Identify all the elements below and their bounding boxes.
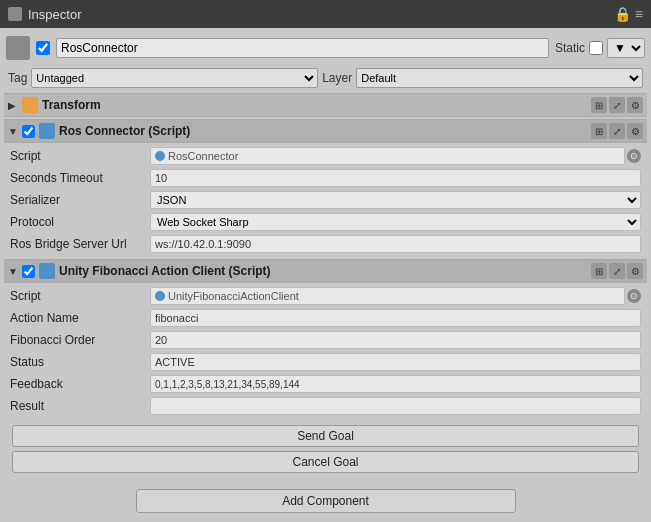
- ros-connector-ctrl-2[interactable]: ⤢: [609, 123, 625, 139]
- object-icon: [6, 36, 30, 60]
- fibonacci-ctrl-gear[interactable]: ⚙: [627, 263, 643, 279]
- fibonacci-collapse-arrow[interactable]: ▼: [8, 266, 18, 277]
- transform-ctrl-gear[interactable]: ⚙: [627, 97, 643, 113]
- fib-field-row-order: Fibonacci Order 20: [4, 329, 647, 351]
- field-row-timeout: Seconds Timeout 10: [4, 167, 647, 189]
- static-checkbox[interactable]: [589, 41, 603, 55]
- field-row-protocol: Protocol Web Socket Sharp: [4, 211, 647, 233]
- fibonacci-title: Unity Fibonacci Action Client (Script): [59, 264, 587, 278]
- fib-field-row-result: Result: [4, 395, 647, 417]
- field-row-serializer: Serializer JSON: [4, 189, 647, 211]
- fib-field-label-result: Result: [10, 399, 150, 413]
- field-label-timeout: Seconds Timeout: [10, 171, 150, 185]
- inspector-body: Static ▼ Tag Untagged Layer Default ▶ Tr…: [0, 28, 651, 522]
- transform-collapse-arrow[interactable]: ▶: [8, 100, 18, 111]
- object-row: Static ▼: [4, 32, 647, 64]
- fib-script-settings-btn[interactable]: ⊙: [627, 289, 641, 303]
- ros-connector-enabled[interactable]: [22, 125, 35, 138]
- fib-script-dot: [155, 291, 165, 301]
- fib-field-value-feedback: 0,1,1,2,3,5,8,13,21,34,55,89,144: [150, 375, 641, 393]
- fib-field-value-result: [150, 397, 641, 415]
- action-buttons: Send Goal Cancel Goal: [4, 419, 647, 477]
- field-row-script: Script RosConnector ⊙: [4, 145, 647, 167]
- fibonacci-icon: [39, 263, 55, 279]
- field-value-protocol[interactable]: Web Socket Sharp: [150, 213, 641, 231]
- fib-script-name: UnityFibonacciActionClient: [168, 290, 299, 302]
- ros-connector-header[interactable]: ▼ Ros Connector (Script) ⊞ ⤢ ⚙: [4, 119, 647, 143]
- fibonacci-ctrl-2[interactable]: ⤢: [609, 263, 625, 279]
- fibonacci-section: ▼ Unity Fibonacci Action Client (Script)…: [4, 259, 647, 477]
- fib-field-row-feedback: Feedback 0,1,1,2,3,5,8,13,21,34,55,89,14…: [4, 373, 647, 395]
- fib-field-value-script: UnityFibonacciActionClient: [150, 287, 625, 305]
- fibonacci-header[interactable]: ▼ Unity Fibonacci Action Client (Script)…: [4, 259, 647, 283]
- object-active-checkbox[interactable]: [36, 41, 50, 55]
- fibonacci-fields: Script UnityFibonacciActionClient ⊙ Acti…: [4, 283, 647, 419]
- fib-field-label-action: Action Name: [10, 311, 150, 325]
- field-label-serializer: Serializer: [10, 193, 150, 207]
- tag-layer-row: Tag Untagged Layer Default: [4, 66, 647, 90]
- script-dot: [155, 151, 165, 161]
- fib-field-row-action: Action Name fibonacci: [4, 307, 647, 329]
- transform-section: ▶ Transform ⊞ ⤢ ⚙: [4, 93, 647, 117]
- transform-controls: ⊞ ⤢ ⚙: [591, 97, 643, 113]
- ros-connector-icon: [39, 123, 55, 139]
- static-dropdown[interactable]: ▼: [607, 38, 645, 58]
- script-settings-btn[interactable]: ⊙: [627, 149, 641, 163]
- lock-icon[interactable]: 🔒: [614, 6, 631, 22]
- field-value-timeout: 10: [150, 169, 641, 187]
- field-value-serializer[interactable]: JSON: [150, 191, 641, 209]
- object-name-field[interactable]: [56, 38, 549, 58]
- field-row-url: Ros Bridge Server Url ws://10.42.0.1:909…: [4, 233, 647, 255]
- fib-field-value-status: ACTIVE: [150, 353, 641, 371]
- title-bar-controls: 🔒 ≡: [614, 6, 643, 22]
- fib-field-label-order: Fibonacci Order: [10, 333, 150, 347]
- fib-field-row-script: Script UnityFibonacciActionClient ⊙: [4, 285, 647, 307]
- layer-label: Layer: [322, 71, 352, 85]
- transform-ctrl-2[interactable]: ⤢: [609, 97, 625, 113]
- inspector-icon: [8, 7, 22, 21]
- transform-header[interactable]: ▶ Transform ⊞ ⤢ ⚙: [4, 93, 647, 117]
- ros-connector-section: ▼ Ros Connector (Script) ⊞ ⤢ ⚙ Script Ro…: [4, 119, 647, 257]
- fib-field-value-action: fibonacci: [150, 309, 641, 327]
- field-label-protocol: Protocol: [10, 215, 150, 229]
- field-value-script: RosConnector: [150, 147, 625, 165]
- script-name: RosConnector: [168, 150, 238, 162]
- field-label-script: Script: [10, 149, 150, 163]
- menu-icon[interactable]: ≡: [635, 6, 643, 22]
- fibonacci-enabled[interactable]: [22, 265, 35, 278]
- fibonacci-controls: ⊞ ⤢ ⚙: [591, 263, 643, 279]
- send-goal-button[interactable]: Send Goal: [12, 425, 639, 447]
- transform-icon: [22, 97, 38, 113]
- fib-field-label-script: Script: [10, 289, 150, 303]
- title-bar-text: Inspector: [28, 7, 81, 22]
- ros-connector-ctrl-gear[interactable]: ⚙: [627, 123, 643, 139]
- ros-connector-collapse-arrow[interactable]: ▼: [8, 126, 18, 137]
- title-bar: Inspector 🔒 ≡: [0, 0, 651, 28]
- ros-connector-title: Ros Connector (Script): [59, 124, 587, 138]
- ros-connector-ctrl-1[interactable]: ⊞: [591, 123, 607, 139]
- tag-label: Tag: [8, 71, 27, 85]
- tag-select[interactable]: Untagged: [31, 68, 318, 88]
- transform-title: Transform: [42, 98, 587, 112]
- cancel-goal-button[interactable]: Cancel Goal: [12, 451, 639, 473]
- layer-select[interactable]: Default: [356, 68, 643, 88]
- add-component-button[interactable]: Add Component: [136, 489, 516, 513]
- static-label: Static: [555, 41, 585, 55]
- fibonacci-ctrl-1[interactable]: ⊞: [591, 263, 607, 279]
- fib-field-value-order: 20: [150, 331, 641, 349]
- transform-ctrl-1[interactable]: ⊞: [591, 97, 607, 113]
- ros-connector-fields: Script RosConnector ⊙ Seconds Timeout 10…: [4, 143, 647, 257]
- fib-field-row-status: Status ACTIVE: [4, 351, 647, 373]
- static-row: Static ▼: [555, 38, 645, 58]
- add-component-area: Add Component: [4, 481, 647, 521]
- field-value-url: ws://10.42.0.1:9090: [150, 235, 641, 253]
- fib-field-label-feedback: Feedback: [10, 377, 150, 391]
- ros-connector-controls: ⊞ ⤢ ⚙: [591, 123, 643, 139]
- fib-field-label-status: Status: [10, 355, 150, 369]
- field-label-url: Ros Bridge Server Url: [10, 237, 150, 251]
